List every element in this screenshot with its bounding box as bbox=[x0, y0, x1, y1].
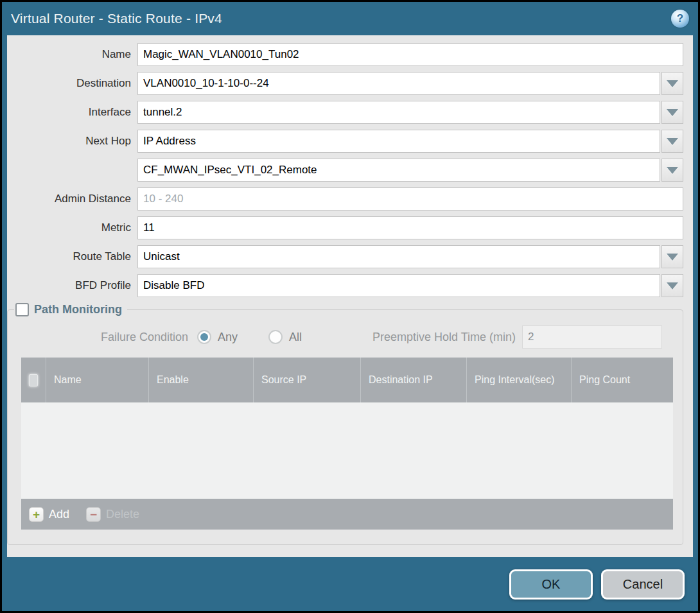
help-icon-glyph: ? bbox=[677, 12, 683, 25]
form-row-name: Name bbox=[7, 43, 683, 66]
failure-condition-label: Failure Condition bbox=[8, 331, 197, 344]
column-header-ping-count: Ping Count bbox=[572, 358, 673, 402]
preemptive-hold-input[interactable] bbox=[522, 325, 662, 349]
minus-icon: − bbox=[86, 507, 101, 522]
column-header-name: Name bbox=[46, 358, 149, 402]
destination-input[interactable] bbox=[137, 72, 660, 95]
delete-button-label: Delete bbox=[106, 508, 139, 521]
add-button[interactable]: + Add bbox=[29, 507, 69, 522]
destination-label: Destination bbox=[7, 77, 137, 90]
form-row-bfd-profile: BFD Profile bbox=[7, 274, 683, 297]
table-action-bar: + Add − Delete bbox=[21, 499, 673, 530]
column-header-enable: Enable bbox=[149, 358, 254, 402]
route-table-dropdown-button[interactable] bbox=[661, 245, 683, 268]
select-all-checkbox[interactable] bbox=[29, 374, 38, 386]
bfd-profile-dropdown-button[interactable] bbox=[661, 274, 683, 297]
interface-dropdown-button[interactable] bbox=[661, 101, 683, 124]
plus-icon: + bbox=[29, 507, 44, 522]
radio-any-label: Any bbox=[218, 331, 238, 344]
chevron-down-icon bbox=[667, 138, 678, 145]
add-button-label: Add bbox=[49, 508, 69, 521]
form-row-route-table: Route Table bbox=[7, 245, 683, 268]
titlebar: Virtual Router - Static Route - IPv4 ? bbox=[2, 2, 698, 35]
chevron-down-icon bbox=[667, 80, 678, 87]
dialog-footer: OK Cancel bbox=[2, 557, 698, 611]
cancel-button[interactable]: Cancel bbox=[601, 569, 685, 600]
help-icon[interactable]: ? bbox=[671, 10, 689, 28]
form-row-metric: Metric bbox=[7, 216, 683, 239]
route-table-input[interactable] bbox=[137, 245, 660, 268]
name-label: Name bbox=[7, 48, 137, 61]
dialog-content: Name Destination Interface Next Hop bbox=[7, 35, 693, 557]
interface-input[interactable] bbox=[137, 101, 660, 124]
radio-any[interactable] bbox=[197, 330, 211, 344]
name-input[interactable] bbox=[137, 43, 683, 66]
static-route-dialog: Virtual Router - Static Route - IPv4 ? N… bbox=[2, 2, 698, 611]
table-body-empty bbox=[21, 402, 673, 499]
chevron-down-icon bbox=[667, 254, 678, 261]
table-header-select-cell bbox=[21, 358, 46, 402]
failure-condition-row: Failure Condition Any All Preemptive Hol… bbox=[8, 325, 662, 349]
radio-all-label: All bbox=[289, 331, 302, 344]
next-hop-label: Next Hop bbox=[7, 135, 137, 148]
metric-input[interactable] bbox=[137, 216, 683, 239]
ok-button[interactable]: OK bbox=[509, 569, 593, 600]
form-row-next-hop: Next Hop bbox=[7, 130, 683, 153]
failure-condition-radio-group: Any All bbox=[197, 330, 326, 344]
chevron-down-icon bbox=[667, 282, 678, 289]
path-monitoring-section: Path Monitoring Failure Condition Any Al… bbox=[7, 303, 683, 545]
admin-distance-input[interactable] bbox=[137, 187, 683, 211]
radio-any-selected-dot bbox=[200, 333, 208, 341]
column-header-ping-interval: Ping Interval(sec) bbox=[467, 358, 572, 402]
destination-dropdown-button[interactable] bbox=[661, 72, 683, 95]
preemptive-hold-label: Preemptive Hold Time (min) bbox=[372, 331, 522, 344]
next-hop-address-dropdown-button[interactable] bbox=[661, 159, 683, 182]
column-header-destination-ip: Destination IP bbox=[361, 358, 467, 402]
interface-label: Interface bbox=[7, 106, 137, 119]
path-monitoring-checkbox[interactable] bbox=[15, 303, 29, 316]
form-row-interface: Interface bbox=[7, 101, 683, 124]
form-row-admin-distance: Admin Distance bbox=[7, 187, 683, 211]
bfd-profile-label: BFD Profile bbox=[7, 279, 137, 292]
chevron-down-icon bbox=[667, 167, 678, 174]
path-monitoring-title: Path Monitoring bbox=[34, 303, 122, 316]
next-hop-type-input[interactable] bbox=[137, 130, 660, 153]
chevron-down-icon bbox=[667, 109, 678, 116]
next-hop-address-input[interactable] bbox=[137, 159, 660, 182]
admin-distance-label: Admin Distance bbox=[7, 193, 137, 205]
path-monitoring-legend: Path Monitoring bbox=[14, 303, 127, 316]
delete-button[interactable]: − Delete bbox=[86, 507, 139, 522]
table-header-row: Name Enable Source IP Destination IP Pin… bbox=[21, 358, 673, 402]
form-row-next-hop-address bbox=[7, 159, 683, 182]
next-hop-dropdown-button[interactable] bbox=[661, 130, 683, 153]
dialog-title: Virtual Router - Static Route - IPv4 bbox=[11, 11, 222, 26]
radio-all[interactable] bbox=[268, 330, 283, 344]
route-table-label: Route Table bbox=[7, 250, 137, 263]
bfd-profile-input[interactable] bbox=[137, 274, 660, 297]
form-row-destination: Destination bbox=[7, 72, 683, 95]
path-monitoring-table: Name Enable Source IP Destination IP Pin… bbox=[21, 358, 673, 530]
metric-label: Metric bbox=[7, 221, 137, 234]
column-header-source-ip: Source IP bbox=[254, 358, 361, 402]
